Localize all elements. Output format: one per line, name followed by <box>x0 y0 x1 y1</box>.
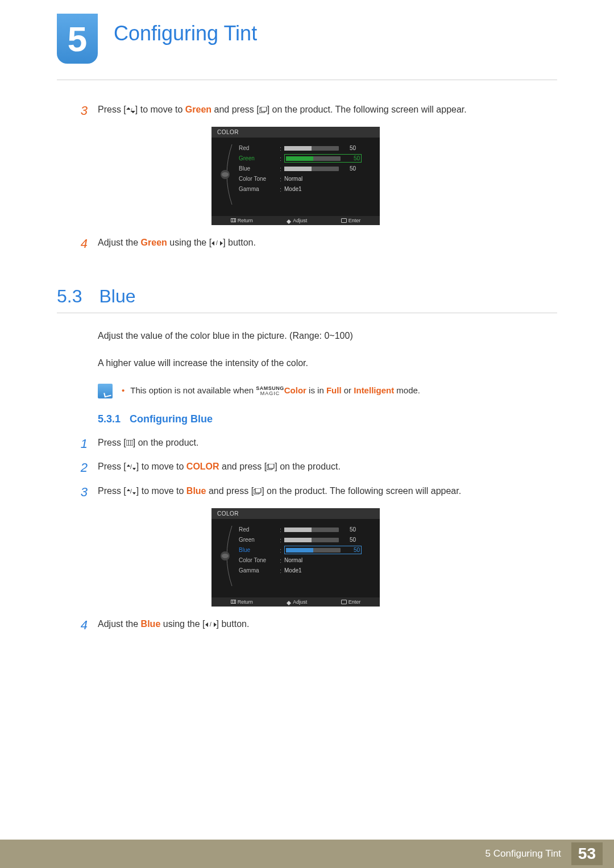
svg-point-17 <box>222 554 229 558</box>
step-row: 3 Press [/] to move to Blue and press []… <box>57 484 557 501</box>
menu-icon <box>126 440 133 446</box>
osd-title: COLOR <box>211 127 380 138</box>
source-icon <box>259 107 267 114</box>
osd-value-green: 50 <box>342 537 356 543</box>
osd-screenshot-green: COLOR Red:50 Green:50 Blue:50 Color Tone… <box>211 127 380 225</box>
osd-slider-red <box>284 528 339 532</box>
step-number: 3 <box>57 484 98 501</box>
menu-icon <box>231 218 236 222</box>
osd-label-tone: Color Tone <box>239 557 280 563</box>
step-row: 4 Adjust the Blue using the [/] button. <box>57 617 557 634</box>
osd-value-green: 50 <box>346 155 360 161</box>
step-number: 4 <box>57 235 98 253</box>
osd-label-green: Green <box>239 155 280 161</box>
step-row: 2 Press [/] to move to COLOR and press [… <box>57 459 557 477</box>
osd-arc-icon <box>219 525 235 587</box>
footer-page-number: 53 <box>571 842 603 865</box>
osd-label-red: Red <box>239 145 280 151</box>
adjust-icon <box>287 217 291 222</box>
step-number: 1 <box>57 435 98 453</box>
osd-arc-icon <box>219 143 235 206</box>
osd-value-tone: Normal <box>284 176 302 182</box>
svg-rect-7 <box>126 440 133 446</box>
svg-text:/: / <box>210 622 211 628</box>
updown-icon: / <box>126 489 136 495</box>
footer-chapter-label: 5 Configuring Tint <box>486 848 561 859</box>
subsection-title: Configuring Blue <box>130 413 213 425</box>
enter-icon <box>341 600 347 604</box>
osd-label-blue: Blue <box>239 547 280 553</box>
section-blue: 5.3 Blue Adjust the value of the color b… <box>57 286 557 634</box>
samsung-magic-icon: SAMSUNGMAGIC <box>256 386 284 396</box>
osd-value-tone: Normal <box>284 557 302 563</box>
menu-icon <box>231 600 236 604</box>
osd-value-blue: 50 <box>346 547 360 553</box>
section-paragraph: Adjust the value of the color blue in th… <box>98 329 557 343</box>
updown-icon: / <box>126 107 135 113</box>
step-text: Press [/] to move to COLOR and press [] … <box>98 459 557 474</box>
svg-rect-12 <box>268 464 274 468</box>
step-text: Adjust the Blue using the [/] button. <box>98 617 557 632</box>
chapter-tab: 5 <box>57 14 98 64</box>
enter-icon <box>341 218 347 223</box>
step-number: 2 <box>57 459 98 477</box>
osd-label-red: Red <box>239 526 280 533</box>
note-box: •This option is not available when SAMSU… <box>98 384 557 398</box>
step-number: 3 <box>57 102 98 120</box>
step-row: 1 Press [] on the product. <box>57 435 557 453</box>
osd-slider-red <box>284 146 339 151</box>
osd-slider-green <box>284 538 339 542</box>
osd-footer: Return Adjust Enter <box>211 597 380 607</box>
osd-footer: Return Adjust Enter <box>211 216 380 225</box>
subsection-number: 5.3.1 <box>98 413 121 425</box>
section-paragraph: A higher value will increase the intensi… <box>98 356 557 370</box>
section-number: 5.3 <box>57 286 82 307</box>
svg-text:/: / <box>130 489 132 495</box>
osd-slider-green <box>286 156 341 161</box>
step-text: Adjust the Green using the [/] button. <box>98 235 557 250</box>
step-text: Press [/] to move to Blue and press [] o… <box>98 484 557 499</box>
osd-label-blue: Blue <box>239 165 280 172</box>
step-text: Press [] on the product. <box>98 435 557 450</box>
leftright-icon: / <box>211 240 223 246</box>
updown-icon: / <box>126 464 136 470</box>
divider <box>57 80 557 80</box>
svg-text:/: / <box>130 464 132 470</box>
svg-point-5 <box>222 172 229 177</box>
svg-rect-3 <box>261 107 267 111</box>
step-row: 3 Press [/] to move to Green and press [… <box>57 102 557 120</box>
osd-slider-blue <box>284 167 339 171</box>
note-icon <box>98 384 113 398</box>
osd-label-gamma: Gamma <box>239 186 280 192</box>
osd-value-gamma: Mode1 <box>284 567 302 574</box>
note-text: •This option is not available when SAMSU… <box>122 384 420 397</box>
chapter-number: 5 <box>68 19 87 59</box>
step-row: 4 Adjust the Green using the [/] button. <box>57 235 557 253</box>
section-title: Blue <box>99 286 135 307</box>
source-icon <box>254 488 262 495</box>
adjust-icon <box>287 599 291 603</box>
leftright-icon: / <box>205 622 217 628</box>
source-icon <box>267 464 275 471</box>
svg-rect-15 <box>255 488 261 493</box>
osd-label-tone: Color Tone <box>239 176 280 182</box>
step-number: 4 <box>57 617 98 634</box>
osd-label-gamma: Gamma <box>239 567 280 574</box>
osd-screenshot-blue: COLOR Red:50 Green:50 Blue:50 Color Ton <box>211 508 380 607</box>
osd-label-green: Green <box>239 537 280 543</box>
osd-title: COLOR <box>211 508 380 519</box>
chapter-title: Configuring Tint <box>114 22 257 45</box>
page-footer: 5 Configuring Tint 53 <box>0 840 614 868</box>
osd-value-blue: 50 <box>342 165 356 172</box>
osd-value-red: 50 <box>342 145 356 151</box>
osd-slider-blue <box>286 548 341 553</box>
svg-text:/: / <box>216 240 218 246</box>
osd-value-gamma: Mode1 <box>284 186 302 192</box>
osd-value-red: 50 <box>342 526 356 533</box>
subsection-header: 5.3.1 Configuring Blue <box>98 413 557 425</box>
step-text: Press [/] to move to Green and press [] … <box>98 102 557 117</box>
